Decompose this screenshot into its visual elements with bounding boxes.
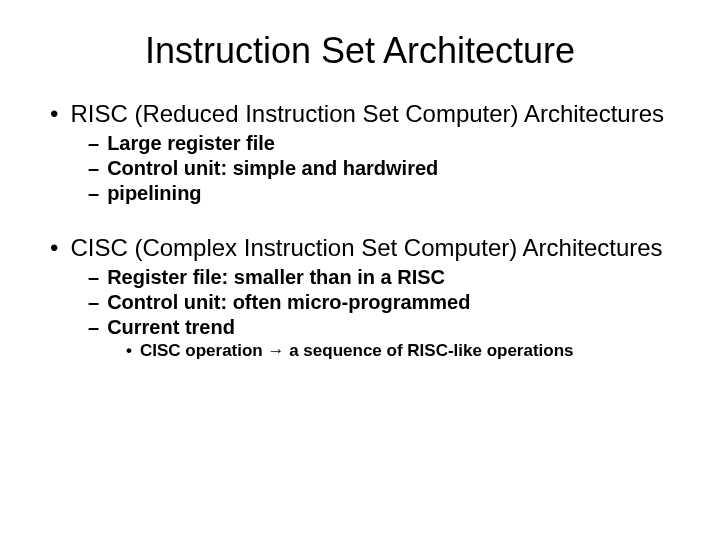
dash-marker: –	[88, 290, 99, 315]
subbullet-risc-2: – pipelining	[88, 181, 690, 206]
bullet-marker: •	[126, 340, 132, 362]
subbullet-text: Current trend	[107, 315, 235, 340]
dash-marker: –	[88, 181, 99, 206]
subsubbullet-text: CISC operation → a sequence of RISC-like…	[140, 340, 574, 362]
subbullet-text: pipelining	[107, 181, 201, 206]
subbullet-text: Control unit: often micro-programmed	[107, 290, 470, 315]
subbullet-risc-0: – Large register file	[88, 131, 690, 156]
subbullet-text: Large register file	[107, 131, 275, 156]
bullet-cisc: • CISC (Complex Instruction Set Computer…	[50, 234, 690, 263]
arrow-icon: →	[267, 341, 284, 360]
subbullet-cisc-1: – Control unit: often micro-programmed	[88, 290, 690, 315]
subbullet-cisc-2: – Current trend	[88, 315, 690, 340]
subbullet-cisc-0: – Register file: smaller than in a RISC	[88, 265, 690, 290]
bullet-risc: • RISC (Reduced Instruction Set Computer…	[50, 100, 690, 129]
subbullet-text: Register file: smaller than in a RISC	[107, 265, 445, 290]
dash-marker: –	[88, 131, 99, 156]
bullet-marker: •	[50, 234, 58, 263]
bullet-text: CISC (Complex Instruction Set Computer) …	[70, 234, 662, 263]
bullet-text: RISC (Reduced Instruction Set Computer) …	[70, 100, 664, 129]
bullet-marker: •	[50, 100, 58, 129]
subbullet-risc-1: – Control unit: simple and hardwired	[88, 156, 690, 181]
slide-title: Instruction Set Architecture	[60, 30, 660, 72]
subbullet-text: Control unit: simple and hardwired	[107, 156, 438, 181]
dash-marker: –	[88, 265, 99, 290]
dash-marker: –	[88, 315, 99, 340]
subsubbullet-cisc-trend: • CISC operation → a sequence of RISC-li…	[126, 340, 690, 362]
dash-marker: –	[88, 156, 99, 181]
